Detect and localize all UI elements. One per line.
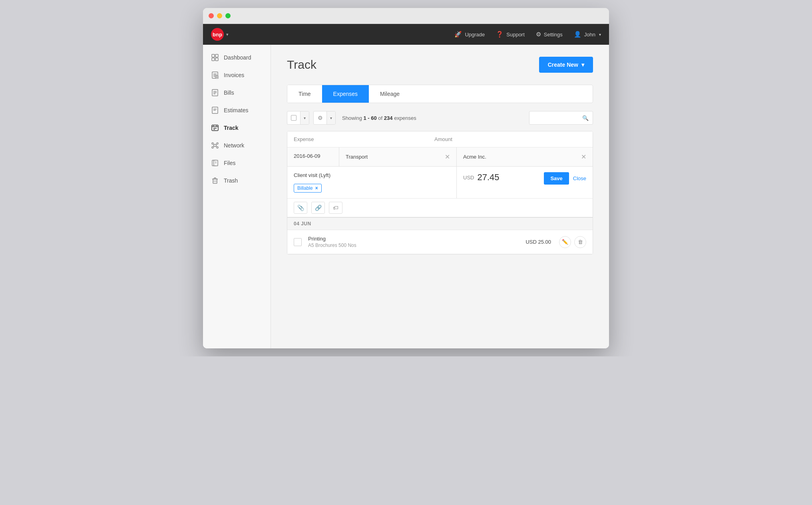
- row-title: Printing: [308, 236, 471, 242]
- billable-tag-label: Billable: [297, 185, 313, 191]
- svg-line-31: [213, 146, 214, 147]
- upgrade-nav-item[interactable]: 🚀 Upgrade: [454, 31, 485, 38]
- link-icon: 🔗: [315, 205, 322, 211]
- amount-value: 27.45: [477, 172, 499, 183]
- sidebar-item-bills[interactable]: Bills: [203, 84, 271, 101]
- amount-area: USD 27.45: [463, 172, 500, 183]
- support-icon: ❓: [496, 31, 504, 38]
- create-new-caret-icon: ▾: [581, 62, 584, 68]
- upgrade-icon: 🚀: [454, 31, 462, 38]
- minimize-dot[interactable]: [217, 13, 222, 18]
- svg-line-32: [216, 146, 217, 147]
- paperclip-icon: 📎: [297, 205, 304, 211]
- logo-caret-icon: ▾: [226, 32, 229, 37]
- sidebar-label-track: Track: [224, 125, 239, 131]
- client-clear-icon[interactable]: ✕: [581, 153, 586, 161]
- edit-toolbar: 📎 🔗 🏷: [287, 198, 593, 217]
- edit-category-value: Transport: [346, 154, 368, 160]
- sidebar-item-network[interactable]: Network: [203, 137, 271, 154]
- search-icon: 🔍: [582, 115, 589, 121]
- tabs-container: TimeExpensesMileage: [287, 85, 593, 103]
- edit-client-field[interactable]: Acme Inc. ✕: [457, 147, 593, 166]
- expense-row: Printing A5 Brochures 500 Nos USD 25.00 …: [287, 230, 593, 254]
- support-nav-item[interactable]: ❓ Support: [496, 31, 525, 38]
- select-all-checkbox[interactable]: [287, 111, 300, 124]
- row-description: A5 Brochures 500 Nos: [308, 243, 471, 248]
- svg-rect-18: [212, 125, 218, 131]
- link-button[interactable]: 🔗: [311, 202, 325, 214]
- trash-icon: [211, 177, 219, 185]
- edit-description-area: Client visit (Lyft) Billable ×: [287, 167, 457, 198]
- svg-point-28: [217, 147, 218, 148]
- gear-icon: ⚙: [314, 111, 326, 124]
- track-icon: [211, 124, 219, 132]
- checkbox-dropdown-arrow[interactable]: ▾: [300, 111, 309, 124]
- user-caret-icon: ▾: [599, 32, 601, 37]
- upgrade-label: Upgrade: [465, 32, 485, 38]
- actions-dropdown[interactable]: ⚙ ▾: [313, 111, 336, 125]
- showing-text: Showing 1 - 60 of 234 expenses: [342, 115, 416, 121]
- date-section: 04 JUN: [287, 218, 593, 230]
- edit-category-field[interactable]: Transport ✕: [339, 147, 457, 166]
- tab-time[interactable]: Time: [287, 85, 322, 103]
- billable-tag-remove[interactable]: ×: [315, 185, 318, 191]
- close-button[interactable]: Close: [573, 175, 586, 181]
- app-window: bnp ▾ 🚀 Upgrade ❓ Support ⚙ Settings 👤 J…: [203, 8, 609, 348]
- search-box[interactable]: 🔍: [529, 111, 593, 125]
- currency-label: USD: [463, 175, 474, 181]
- tab-expenses[interactable]: Expenses: [322, 85, 369, 103]
- page-title: Track: [287, 58, 316, 72]
- estimates-icon: [211, 106, 219, 114]
- sidebar-item-invoices[interactable]: Invoices: [203, 66, 271, 84]
- files-icon: [211, 159, 219, 167]
- sidebar-label-estimates: Estimates: [224, 107, 248, 113]
- user-menu[interactable]: 👤 John ▾: [574, 31, 601, 38]
- action-buttons: Save Close: [544, 172, 586, 185]
- bills-icon: [211, 89, 219, 97]
- tab-mileage[interactable]: Mileage: [369, 85, 411, 103]
- maximize-dot[interactable]: [225, 13, 231, 18]
- svg-rect-37: [213, 179, 217, 183]
- edit-description-text: Client visit (Lyft): [294, 172, 450, 178]
- sidebar-item-trash[interactable]: Trash: [203, 172, 271, 189]
- billable-tag: Billable ×: [294, 184, 322, 193]
- row-actions: ✏️ 🗑: [559, 236, 586, 248]
- settings-icon: ⚙: [536, 31, 541, 38]
- close-dot[interactable]: [209, 13, 214, 18]
- svg-point-21: [216, 125, 217, 126]
- dashboard-icon: [211, 54, 219, 62]
- search-input[interactable]: [533, 115, 582, 121]
- delete-row-button[interactable]: 🗑: [574, 236, 586, 248]
- user-label: John: [584, 32, 595, 38]
- sidebar-item-estimates[interactable]: Estimates: [203, 101, 271, 119]
- row-name: Printing A5 Brochures 500 Nos: [308, 236, 471, 248]
- select-all-dropdown[interactable]: ▾: [287, 111, 309, 125]
- edit-date-field[interactable]: 2016-06-09: [287, 147, 339, 166]
- sidebar-label-files: Files: [224, 160, 236, 166]
- sidebar-item-dashboard[interactable]: Dashboard: [203, 49, 271, 66]
- showing-range: 1 - 60: [363, 115, 376, 121]
- sidebar: Dashboard Invoices Bills Estimates Track…: [203, 45, 271, 348]
- tag-icon: 🏷: [333, 205, 338, 211]
- network-icon: [211, 141, 219, 149]
- row-amount: USD 25.00: [471, 239, 551, 245]
- date-section-label: 04 JUN: [294, 221, 311, 227]
- save-button[interactable]: Save: [544, 172, 569, 185]
- expense-rows: Printing A5 Brochures 500 Nos USD 25.00 …: [287, 230, 593, 254]
- settings-nav-item[interactable]: ⚙ Settings: [536, 31, 563, 38]
- sidebar-item-files[interactable]: Files: [203, 154, 271, 172]
- category-clear-icon[interactable]: ✕: [445, 153, 450, 161]
- svg-rect-0: [212, 54, 215, 57]
- checkbox-inner: [291, 115, 297, 121]
- sidebar-label-dashboard: Dashboard: [224, 54, 251, 61]
- row-checkbox[interactable]: [294, 238, 302, 246]
- edit-row-button[interactable]: ✏️: [559, 236, 571, 248]
- settings-label: Settings: [544, 32, 563, 38]
- actions-dropdown-arrow[interactable]: ▾: [326, 111, 335, 124]
- create-new-button[interactable]: Create New ▾: [539, 57, 593, 73]
- sidebar-item-track[interactable]: Track: [203, 119, 271, 137]
- attach-file-button[interactable]: 📎: [294, 202, 307, 214]
- tag-button[interactable]: 🏷: [329, 202, 342, 214]
- logo-area[interactable]: bnp ▾: [211, 28, 229, 41]
- table-header: Expense Amount: [287, 131, 593, 147]
